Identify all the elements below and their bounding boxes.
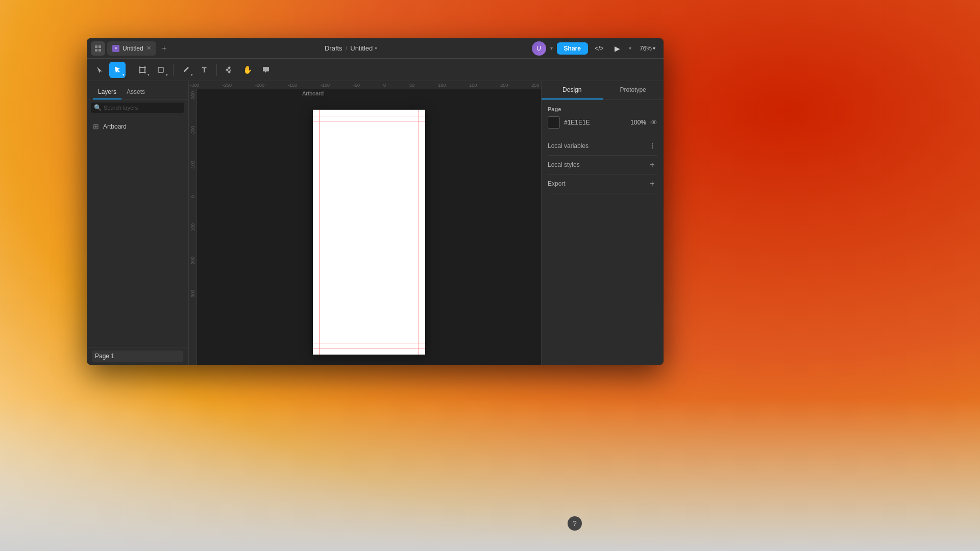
guide-v-right1: [419, 110, 419, 355]
svg-rect-3: [99, 49, 101, 52]
title-center: Drafts / Untitled ▾: [173, 44, 530, 52]
breadcrumb-drafts[interactable]: Drafts: [325, 44, 342, 52]
code-button[interactable]: </>: [592, 41, 606, 56]
breadcrumb-separator: /: [346, 44, 348, 52]
guide-h-bottom1: [313, 348, 425, 348]
play-dropdown[interactable]: ▾: [629, 45, 631, 51]
ruler-mark: -50: [353, 83, 360, 88]
share-button[interactable]: Share: [557, 42, 588, 55]
local-variables-label: Local variables: [548, 142, 589, 149]
title-bar: F Untitled ✕ + Drafts / Untitled ▾ U ▾ S…: [87, 38, 664, 59]
active-tab[interactable]: F Untitled ✕: [107, 41, 156, 56]
shape-dropdown-arrow: ▾: [166, 73, 168, 77]
ruler-mark: 200: [190, 257, 195, 264]
export-label: Export: [548, 180, 566, 187]
ruler-mark: 0: [190, 195, 195, 198]
ruler-mark: 250: [531, 83, 539, 88]
export-row: Export +: [548, 174, 657, 193]
close-tab-button[interactable]: ✕: [146, 45, 151, 52]
svg-point-12: [652, 147, 653, 148]
list-item-artboard[interactable]: ⊞ Artboard: [87, 120, 188, 133]
tab-label: Untitled: [122, 45, 143, 52]
local-styles-row: Local styles +: [548, 156, 657, 174]
right-panel-tabs: Design Prototype: [542, 81, 664, 100]
local-styles-add-button[interactable]: +: [647, 160, 657, 170]
svg-rect-0: [95, 45, 97, 48]
page-opacity: 100%: [630, 119, 646, 126]
artboard-label: Artboard: [302, 90, 324, 96]
ruler-mark: 300: [190, 290, 195, 297]
svg-rect-2: [95, 49, 97, 52]
page-bg-color-code: #1E1E1E: [564, 119, 626, 126]
local-variables-settings-button[interactable]: [647, 141, 657, 151]
artboard-container: Artboard: [313, 99, 425, 355]
file-name-dropdown[interactable]: Untitled ▾: [350, 44, 377, 52]
canvas-content[interactable]: Artboard: [197, 89, 541, 365]
select-tool-button[interactable]: [92, 62, 108, 78]
hand-tool-button[interactable]: ✋: [239, 62, 256, 78]
canvas-area[interactable]: -300 -250 -200 -150 -100 -50 0 50 100 15…: [189, 81, 541, 365]
tab-file-icon: F: [112, 45, 119, 52]
component-tool-button[interactable]: [221, 62, 237, 78]
pen-tool-button[interactable]: ▾: [178, 62, 194, 78]
add-tab-button[interactable]: +: [158, 42, 170, 55]
zoom-chevron: ▾: [653, 45, 655, 51]
right-panel: Design Prototype Page #1E1E1E 100% 👁 Lo: [541, 81, 664, 365]
svg-point-11: [652, 145, 653, 146]
search-placeholder: Search layers: [104, 105, 138, 111]
left-panel-tabs: Layers Assets: [87, 81, 188, 99]
svg-rect-9: [158, 67, 163, 72]
left-panel: Layers Assets 🔍 Search layers ⊞ Artboard…: [87, 81, 189, 365]
layer-list: ⊞ Artboard: [87, 116, 188, 347]
tool-group-shape: ▾: [153, 62, 169, 78]
toolbar-divider-1: [130, 64, 130, 76]
local-styles-label: Local styles: [548, 161, 580, 168]
toolbar: ▾ ▾ ▾: [87, 59, 664, 81]
ruler-mark: -300: [190, 91, 195, 101]
text-tool-button[interactable]: T: [196, 62, 212, 78]
artboard-guides: [313, 110, 425, 355]
svg-rect-1: [99, 45, 101, 48]
ruler-mark: -300: [190, 83, 199, 88]
ruler-mark: -200: [190, 126, 195, 135]
artboard-layer-label: Artboard: [103, 123, 127, 130]
ruler-left: -300 -200 -100 0 100 200 300: [189, 89, 197, 365]
tab-design[interactable]: Design: [542, 81, 603, 99]
artboard[interactable]: [313, 110, 425, 355]
page-item-1[interactable]: Page 1: [92, 350, 183, 362]
eye-icon[interactable]: 👁: [650, 118, 657, 127]
ruler-mark: 0: [383, 83, 386, 88]
home-button[interactable]: [91, 41, 105, 56]
chevron-down-icon: ▾: [375, 45, 377, 51]
tool-group-pen: ▾: [178, 62, 194, 78]
ruler-mark: 200: [500, 83, 508, 88]
page-bg-swatch[interactable]: [548, 116, 560, 129]
guide-h-top1: [313, 116, 425, 116]
page-label: Page 1: [95, 353, 114, 360]
ruler-mark: 100: [190, 223, 195, 231]
svg-rect-4: [140, 67, 145, 72]
frame-tool-button[interactable]: ▾: [134, 62, 151, 78]
artboard-layer-icon: ⊞: [93, 122, 99, 131]
comment-tool-button[interactable]: [258, 62, 274, 78]
tab-layers[interactable]: Layers: [93, 85, 121, 99]
zoom-value: 76%: [640, 45, 652, 52]
ruler-mark: -250: [223, 83, 232, 88]
page-section-panel: Page #1E1E1E 100% 👁: [548, 106, 657, 129]
tool-group-select: ▾: [92, 62, 126, 78]
move-tool-button[interactable]: ▾: [109, 62, 126, 78]
shape-tool-button[interactable]: ▾: [153, 62, 169, 78]
tab-prototype[interactable]: Prototype: [603, 81, 664, 99]
ruler-mark: -100: [190, 161, 195, 170]
zoom-control[interactable]: 76% ▾: [635, 43, 659, 54]
export-add-button[interactable]: +: [647, 179, 657, 189]
help-button[interactable]: ?: [568, 516, 582, 531]
ruler-mark: -150: [288, 83, 297, 88]
app-window: F Untitled ✕ + Drafts / Untitled ▾ U ▾ S…: [87, 38, 664, 365]
page-bg-row: #1E1E1E 100% 👁: [548, 116, 657, 129]
avatar[interactable]: U: [532, 41, 546, 56]
ruler-mark: -200: [255, 83, 264, 88]
frame-dropdown-arrow: ▾: [148, 73, 150, 77]
play-button[interactable]: ▶: [610, 41, 625, 56]
tab-assets[interactable]: Assets: [121, 85, 150, 99]
